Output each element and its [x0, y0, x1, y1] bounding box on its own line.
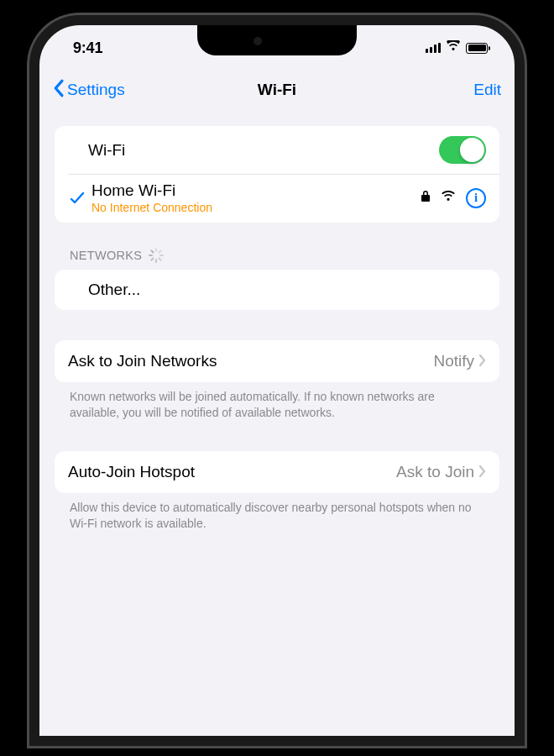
network-icons: i: [421, 188, 486, 208]
wifi-signal-icon: [441, 191, 456, 206]
connected-network-row[interactable]: Home Wi-Fi No Internet Connection i: [68, 174, 499, 223]
status-icons: [426, 40, 488, 55]
auto-hotspot-footer: Allow this device to automatically disco…: [55, 493, 499, 532]
auto-hotspot-label: Auto-Join Hotspot: [68, 463, 195, 481]
ask-join-value: Notify: [433, 352, 474, 370]
edit-button[interactable]: Edit: [473, 81, 501, 99]
back-label: Settings: [67, 81, 125, 99]
chevron-right-icon: [479, 463, 486, 481]
cellular-signal-icon: [426, 43, 441, 53]
networks-header-label: NETWORKS: [70, 249, 142, 262]
info-icon[interactable]: i: [466, 188, 486, 208]
notch: [197, 25, 357, 55]
ask-join-row[interactable]: Ask to Join Networks Notify: [55, 340, 499, 382]
auto-hotspot-card: Auto-Join Hotspot Ask to Join: [55, 451, 499, 493]
lock-icon: [421, 190, 431, 206]
wifi-card: Wi-Fi Home Wi-Fi No Internet Connection: [55, 126, 499, 223]
wifi-toggle-switch[interactable]: [439, 136, 486, 164]
chevron-right-icon: [479, 352, 486, 370]
auto-hotspot-value: Ask to Join: [396, 463, 474, 481]
battery-icon: [466, 43, 488, 54]
auto-hotspot-row[interactable]: Auto-Join Hotspot Ask to Join: [55, 451, 499, 493]
chevron-left-icon: [53, 79, 64, 102]
phone-frame: 9:41 Settings Wi-Fi Edit Wi-Fi: [29, 15, 525, 746]
ask-join-label: Ask to Join Networks: [68, 352, 217, 370]
ask-join-card: Ask to Join Networks Notify: [55, 340, 499, 382]
wifi-toggle-label: Wi-Fi: [68, 141, 439, 160]
network-text: Home Wi-Fi No Internet Connection: [91, 181, 421, 214]
other-network-row[interactable]: Other...: [55, 270, 499, 310]
status-time: 9:41: [73, 39, 102, 57]
spinner-icon: [149, 248, 164, 263]
networks-section-header: NETWORKS: [55, 223, 499, 270]
checkmark-icon: [68, 191, 86, 206]
ask-join-footer: Known networks will be joined automatica…: [55, 382, 499, 421]
wifi-status-icon: [446, 40, 461, 55]
wifi-toggle-row: Wi-Fi: [55, 126, 499, 174]
page-title: Wi-Fi: [258, 81, 296, 99]
network-name: Home Wi-Fi: [91, 181, 421, 200]
networks-card: Other...: [55, 270, 499, 310]
back-button[interactable]: Settings: [53, 79, 125, 102]
navigation-bar: Settings Wi-Fi Edit: [39, 71, 515, 109]
network-status: No Internet Connection: [91, 201, 421, 214]
